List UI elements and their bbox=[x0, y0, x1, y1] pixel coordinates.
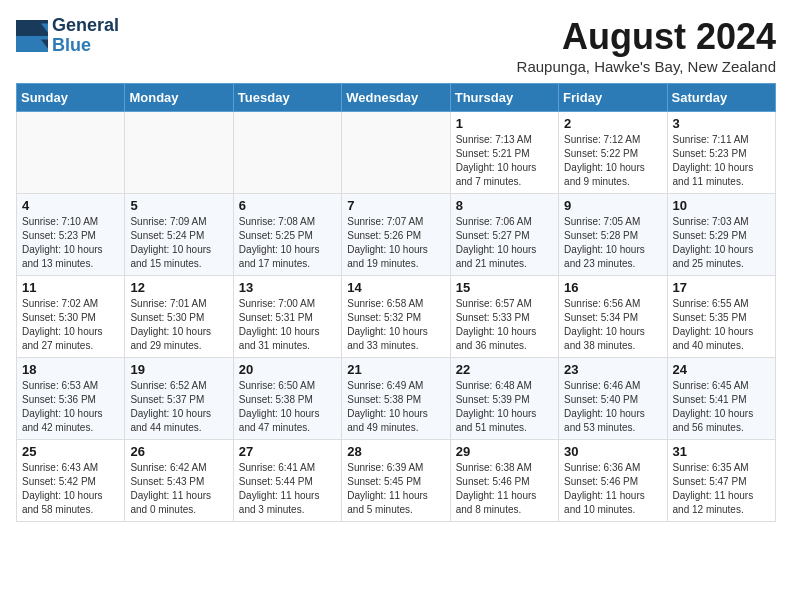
day-number: 18 bbox=[22, 362, 119, 377]
calendar-cell: 22Sunrise: 6:48 AMSunset: 5:39 PMDayligh… bbox=[450, 358, 558, 440]
calendar-cell: 20Sunrise: 6:50 AMSunset: 5:38 PMDayligh… bbox=[233, 358, 341, 440]
day-number: 20 bbox=[239, 362, 336, 377]
day-header-monday: Monday bbox=[125, 84, 233, 112]
logo: General Blue bbox=[16, 16, 119, 56]
calendar-cell: 24Sunrise: 6:45 AMSunset: 5:41 PMDayligh… bbox=[667, 358, 775, 440]
day-info: Sunrise: 7:12 AMSunset: 5:22 PMDaylight:… bbox=[564, 133, 661, 189]
day-info: Sunrise: 6:46 AMSunset: 5:40 PMDaylight:… bbox=[564, 379, 661, 435]
calendar-cell: 5Sunrise: 7:09 AMSunset: 5:24 PMDaylight… bbox=[125, 194, 233, 276]
calendar-cell: 12Sunrise: 7:01 AMSunset: 5:30 PMDayligh… bbox=[125, 276, 233, 358]
calendar-cell: 11Sunrise: 7:02 AMSunset: 5:30 PMDayligh… bbox=[17, 276, 125, 358]
day-number: 16 bbox=[564, 280, 661, 295]
day-number: 6 bbox=[239, 198, 336, 213]
calendar-cell bbox=[342, 112, 450, 194]
calendar-week-2: 4Sunrise: 7:10 AMSunset: 5:23 PMDaylight… bbox=[17, 194, 776, 276]
logo-line2: Blue bbox=[52, 35, 91, 55]
calendar-cell: 3Sunrise: 7:11 AMSunset: 5:23 PMDaylight… bbox=[667, 112, 775, 194]
day-number: 15 bbox=[456, 280, 553, 295]
day-header-row: SundayMondayTuesdayWednesdayThursdayFrid… bbox=[17, 84, 776, 112]
calendar-cell: 6Sunrise: 7:08 AMSunset: 5:25 PMDaylight… bbox=[233, 194, 341, 276]
day-info: Sunrise: 7:11 AMSunset: 5:23 PMDaylight:… bbox=[673, 133, 770, 189]
day-info: Sunrise: 6:52 AMSunset: 5:37 PMDaylight:… bbox=[130, 379, 227, 435]
day-info: Sunrise: 6:45 AMSunset: 5:41 PMDaylight:… bbox=[673, 379, 770, 435]
day-info: Sunrise: 6:36 AMSunset: 5:46 PMDaylight:… bbox=[564, 461, 661, 517]
calendar-cell: 27Sunrise: 6:41 AMSunset: 5:44 PMDayligh… bbox=[233, 440, 341, 522]
day-info: Sunrise: 6:53 AMSunset: 5:36 PMDaylight:… bbox=[22, 379, 119, 435]
calendar-cell: 4Sunrise: 7:10 AMSunset: 5:23 PMDaylight… bbox=[17, 194, 125, 276]
month-title: August 2024 bbox=[517, 16, 776, 58]
day-header-sunday: Sunday bbox=[17, 84, 125, 112]
location: Raupunga, Hawke's Bay, New Zealand bbox=[517, 58, 776, 75]
day-info: Sunrise: 7:06 AMSunset: 5:27 PMDaylight:… bbox=[456, 215, 553, 271]
day-number: 26 bbox=[130, 444, 227, 459]
day-number: 29 bbox=[456, 444, 553, 459]
day-info: Sunrise: 6:55 AMSunset: 5:35 PMDaylight:… bbox=[673, 297, 770, 353]
svg-rect-0 bbox=[16, 20, 48, 36]
day-number: 27 bbox=[239, 444, 336, 459]
calendar-cell: 1Sunrise: 7:13 AMSunset: 5:21 PMDaylight… bbox=[450, 112, 558, 194]
calendar-cell: 16Sunrise: 6:56 AMSunset: 5:34 PMDayligh… bbox=[559, 276, 667, 358]
calendar-cell: 31Sunrise: 6:35 AMSunset: 5:47 PMDayligh… bbox=[667, 440, 775, 522]
calendar-cell bbox=[233, 112, 341, 194]
calendar-week-3: 11Sunrise: 7:02 AMSunset: 5:30 PMDayligh… bbox=[17, 276, 776, 358]
day-number: 7 bbox=[347, 198, 444, 213]
day-info: Sunrise: 7:07 AMSunset: 5:26 PMDaylight:… bbox=[347, 215, 444, 271]
day-info: Sunrise: 6:50 AMSunset: 5:38 PMDaylight:… bbox=[239, 379, 336, 435]
day-number: 31 bbox=[673, 444, 770, 459]
day-number: 14 bbox=[347, 280, 444, 295]
day-info: Sunrise: 7:13 AMSunset: 5:21 PMDaylight:… bbox=[456, 133, 553, 189]
day-number: 19 bbox=[130, 362, 227, 377]
calendar-header: SundayMondayTuesdayWednesdayThursdayFrid… bbox=[17, 84, 776, 112]
calendar-cell: 15Sunrise: 6:57 AMSunset: 5:33 PMDayligh… bbox=[450, 276, 558, 358]
logo-text: General Blue bbox=[52, 16, 119, 56]
day-header-friday: Friday bbox=[559, 84, 667, 112]
day-info: Sunrise: 7:05 AMSunset: 5:28 PMDaylight:… bbox=[564, 215, 661, 271]
day-info: Sunrise: 7:10 AMSunset: 5:23 PMDaylight:… bbox=[22, 215, 119, 271]
day-number: 30 bbox=[564, 444, 661, 459]
calendar-cell: 29Sunrise: 6:38 AMSunset: 5:46 PMDayligh… bbox=[450, 440, 558, 522]
calendar-cell bbox=[125, 112, 233, 194]
day-info: Sunrise: 6:49 AMSunset: 5:38 PMDaylight:… bbox=[347, 379, 444, 435]
calendar-week-1: 1Sunrise: 7:13 AMSunset: 5:21 PMDaylight… bbox=[17, 112, 776, 194]
logo-icon bbox=[16, 20, 48, 52]
day-number: 1 bbox=[456, 116, 553, 131]
day-number: 22 bbox=[456, 362, 553, 377]
day-info: Sunrise: 6:43 AMSunset: 5:42 PMDaylight:… bbox=[22, 461, 119, 517]
day-info: Sunrise: 6:57 AMSunset: 5:33 PMDaylight:… bbox=[456, 297, 553, 353]
calendar-cell bbox=[17, 112, 125, 194]
calendar-cell: 19Sunrise: 6:52 AMSunset: 5:37 PMDayligh… bbox=[125, 358, 233, 440]
day-number: 8 bbox=[456, 198, 553, 213]
day-header-saturday: Saturday bbox=[667, 84, 775, 112]
day-number: 10 bbox=[673, 198, 770, 213]
calendar-cell: 30Sunrise: 6:36 AMSunset: 5:46 PMDayligh… bbox=[559, 440, 667, 522]
title-block: August 2024 Raupunga, Hawke's Bay, New Z… bbox=[517, 16, 776, 75]
calendar-cell: 2Sunrise: 7:12 AMSunset: 5:22 PMDaylight… bbox=[559, 112, 667, 194]
day-number: 5 bbox=[130, 198, 227, 213]
day-header-tuesday: Tuesday bbox=[233, 84, 341, 112]
calendar-week-4: 18Sunrise: 6:53 AMSunset: 5:36 PMDayligh… bbox=[17, 358, 776, 440]
calendar-cell: 9Sunrise: 7:05 AMSunset: 5:28 PMDaylight… bbox=[559, 194, 667, 276]
day-info: Sunrise: 6:56 AMSunset: 5:34 PMDaylight:… bbox=[564, 297, 661, 353]
day-number: 13 bbox=[239, 280, 336, 295]
logo-line1: General bbox=[52, 16, 119, 36]
calendar-cell: 26Sunrise: 6:42 AMSunset: 5:43 PMDayligh… bbox=[125, 440, 233, 522]
day-info: Sunrise: 6:38 AMSunset: 5:46 PMDaylight:… bbox=[456, 461, 553, 517]
day-info: Sunrise: 6:48 AMSunset: 5:39 PMDaylight:… bbox=[456, 379, 553, 435]
calendar-cell: 13Sunrise: 7:00 AMSunset: 5:31 PMDayligh… bbox=[233, 276, 341, 358]
day-number: 21 bbox=[347, 362, 444, 377]
day-info: Sunrise: 6:39 AMSunset: 5:45 PMDaylight:… bbox=[347, 461, 444, 517]
calendar-cell: 14Sunrise: 6:58 AMSunset: 5:32 PMDayligh… bbox=[342, 276, 450, 358]
day-header-thursday: Thursday bbox=[450, 84, 558, 112]
day-number: 2 bbox=[564, 116, 661, 131]
day-number: 11 bbox=[22, 280, 119, 295]
calendar-week-5: 25Sunrise: 6:43 AMSunset: 5:42 PMDayligh… bbox=[17, 440, 776, 522]
day-number: 12 bbox=[130, 280, 227, 295]
day-info: Sunrise: 7:09 AMSunset: 5:24 PMDaylight:… bbox=[130, 215, 227, 271]
day-info: Sunrise: 7:00 AMSunset: 5:31 PMDaylight:… bbox=[239, 297, 336, 353]
day-number: 23 bbox=[564, 362, 661, 377]
day-info: Sunrise: 7:01 AMSunset: 5:30 PMDaylight:… bbox=[130, 297, 227, 353]
svg-rect-1 bbox=[16, 36, 48, 52]
calendar-cell: 17Sunrise: 6:55 AMSunset: 5:35 PMDayligh… bbox=[667, 276, 775, 358]
day-number: 25 bbox=[22, 444, 119, 459]
day-number: 4 bbox=[22, 198, 119, 213]
